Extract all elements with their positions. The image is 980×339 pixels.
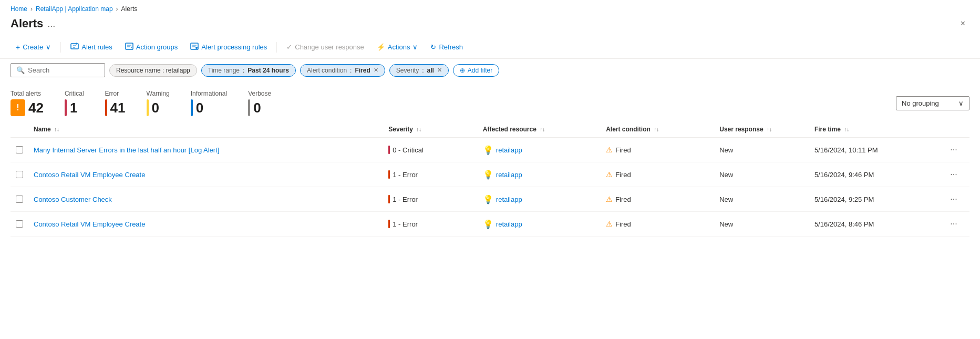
row-resource-link-0[interactable]: 💡 retailapp (483, 145, 595, 155)
row-severity-label-0: 0 - Critical (393, 146, 424, 154)
page-options-dots[interactable]: ... (47, 18, 55, 29)
alert-rules-button[interactable]: Alert rules (65, 39, 118, 55)
name-sort-icon[interactable]: ↑↓ (54, 127, 59, 132)
alert-rules-icon (70, 42, 79, 52)
informational-stat[interactable]: Informational 0 (191, 90, 227, 116)
severity-close-icon[interactable]: ✕ (437, 67, 442, 74)
row-severity-cell-3: 1 - Error (383, 212, 478, 237)
total-alerts-label: Total alerts (11, 90, 44, 97)
col-header-alert-condition[interactable]: Alert condition ↑↓ (601, 121, 714, 138)
resource-icon-2: 💡 (483, 194, 493, 204)
alert-processing-button[interactable]: Alert processing rules (185, 39, 272, 55)
alerts-table-area: Name ↑↓ Severity ↑↓ Affected resource ↑↓… (0, 121, 980, 237)
row-checkbox-2[interactable] (16, 196, 23, 203)
row-fire-time-cell-0: 5/16/2024, 10:11 PM (809, 138, 941, 162)
row-more-button-3[interactable]: ··· (946, 217, 961, 231)
severity-filter[interactable]: Severity : all ✕ (389, 64, 449, 77)
verbose-stat[interactable]: Verbose 0 (248, 90, 271, 116)
col-header-user-response[interactable]: User response ↑↓ (714, 121, 809, 138)
resource-name-filter[interactable]: Resource name : retailapp (109, 64, 197, 77)
fire-time-sort-icon[interactable]: ↑↓ (844, 127, 849, 132)
row-fire-time-value-2: 5/16/2024, 9:25 PM (814, 196, 874, 203)
col-header-name[interactable]: Name ↑↓ (28, 121, 383, 138)
col-header-fire-time[interactable]: Fire time ↑↓ (809, 121, 941, 138)
col-header-severity[interactable]: Severity ↑↓ (383, 121, 478, 138)
actions-button[interactable]: ⚡ Actions ∨ (372, 40, 424, 54)
critical-stat[interactable]: Critical 1 (65, 90, 84, 116)
time-range-label: Time range (208, 67, 240, 74)
row-resource-link-1[interactable]: 💡 retailapp (483, 170, 595, 180)
row-fire-time-value-1: 5/16/2024, 9:46 PM (814, 171, 874, 179)
row-more-cell-1: ··· (941, 162, 969, 187)
row-resource-link-2[interactable]: 💡 retailapp (483, 194, 595, 204)
row-more-button-0[interactable]: ··· (946, 143, 961, 157)
row-resource-link-3[interactable]: 💡 retailapp (483, 219, 595, 229)
row-name-cell-2: Contoso Customer Check (28, 187, 383, 212)
action-groups-button[interactable]: Action groups (120, 39, 183, 55)
row-condition-cell-0: ⚠ Fired (601, 138, 714, 162)
page-header: Alerts ... × (0, 15, 980, 36)
row-checkbox-3[interactable] (16, 220, 23, 228)
row-name-link-3[interactable]: Contoso Retail VM Employee Create (34, 220, 145, 228)
row-severity-bar-2 (388, 195, 390, 203)
col-header-affected-resource[interactable]: Affected resource ↑↓ (478, 121, 601, 138)
row-severity-cell-2: 1 - Error (383, 187, 478, 212)
row-condition-value-1: Fired (615, 171, 631, 179)
search-box[interactable]: 🔍 (11, 63, 105, 77)
row-checkbox-cell-3 (11, 212, 28, 237)
refresh-label: Refresh (439, 43, 463, 51)
svg-point-3 (195, 47, 198, 49)
alert-condition-filter[interactable]: Alert condition : Fired ✕ (300, 64, 385, 77)
warning-stat[interactable]: Warning 0 (147, 90, 170, 116)
row-resource-name-3: retailapp (496, 220, 522, 228)
search-input[interactable] (28, 66, 99, 74)
change-user-label: Change user response (295, 43, 364, 51)
row-name-link-1[interactable]: Contoso Retail VM Employee Create (34, 171, 145, 179)
row-name-link-2[interactable]: Contoso Customer Check (34, 196, 112, 203)
change-user-response-button[interactable]: ✓ Change user response (281, 40, 369, 54)
row-condition-value-0: Fired (615, 146, 631, 154)
row-resource-name-0: retailapp (496, 146, 522, 154)
row-checkbox-0[interactable] (16, 146, 23, 153)
breadcrumb-home[interactable]: Home (11, 5, 27, 13)
actions-label: Actions (388, 43, 410, 51)
row-checkbox-1[interactable] (16, 171, 23, 178)
row-severity-label-2: 1 - Error (393, 196, 418, 203)
create-button[interactable]: + Create ∨ (11, 40, 56, 55)
row-more-button-2[interactable]: ··· (946, 192, 961, 206)
resource-icon-1: 💡 (483, 170, 493, 180)
severity-colon: : (422, 67, 424, 74)
severity-sort-icon[interactable]: ↑↓ (416, 127, 421, 132)
row-condition-cell-3: ⚠ Fired (601, 212, 714, 237)
informational-value: 0 (196, 100, 203, 116)
row-checkbox-cell-1 (11, 162, 28, 187)
verbose-bar (248, 99, 250, 116)
grouping-chevron-icon: ∨ (958, 99, 964, 107)
filter-bar: 🔍 Resource name : retailapp Time range :… (0, 59, 980, 81)
resource-name-value: Resource name : retailapp (116, 67, 190, 74)
alert-condition-value: Fired (355, 67, 370, 74)
warning-triangle-icon-3: ⚠ (606, 220, 613, 228)
condition-sort-icon[interactable]: ↑↓ (654, 127, 659, 132)
row-resource-cell-1: 💡 retailapp (478, 162, 601, 187)
refresh-button[interactable]: ↻ Refresh (425, 40, 468, 54)
create-chevron-icon: ∨ (46, 43, 51, 51)
severity-label: Severity (396, 67, 419, 74)
add-filter-button[interactable]: ⊕ Add filter (453, 64, 499, 77)
refresh-icon: ↻ (430, 43, 436, 51)
close-button[interactable]: × (956, 17, 969, 30)
error-stat[interactable]: Error 41 (105, 90, 126, 116)
row-checkbox-cell-2 (11, 187, 28, 212)
breadcrumb-retailapp[interactable]: RetailApp | Application map (36, 5, 113, 13)
alert-condition-close-icon[interactable]: ✕ (374, 67, 378, 74)
row-name-link-0[interactable]: Many Internal Server Errors in the last … (34, 146, 219, 154)
resource-sort-icon[interactable]: ↑↓ (540, 127, 545, 132)
toolbar-sep-1 (60, 42, 61, 53)
time-range-filter[interactable]: Time range : Past 24 hours (201, 64, 296, 77)
grouping-select[interactable]: No grouping ∨ (896, 96, 969, 110)
row-response-cell-2: New (714, 187, 809, 212)
verbose-value: 0 (253, 100, 261, 116)
row-more-button-1[interactable]: ··· (946, 168, 961, 181)
row-resource-name-1: retailapp (496, 171, 522, 179)
response-sort-icon[interactable]: ↑↓ (767, 127, 772, 132)
